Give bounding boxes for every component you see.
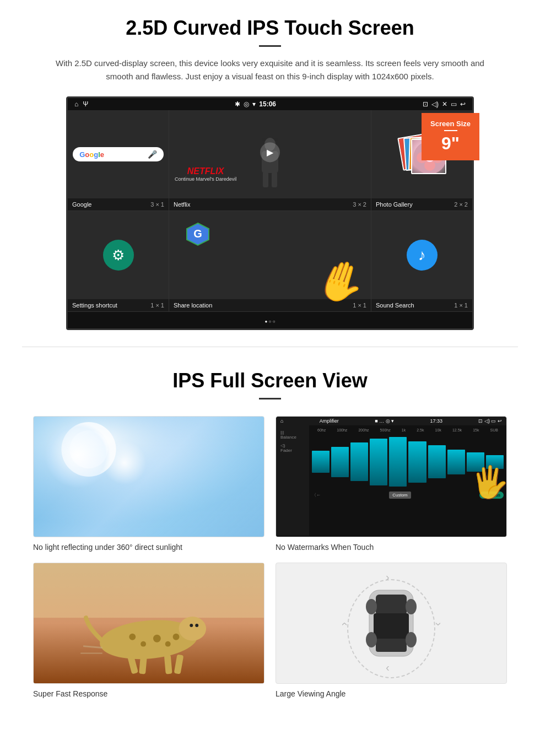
settings-cell-content: ⚙ [68, 211, 169, 299]
volume-icon: ◁) [431, 100, 439, 108]
netflix-cell-content: ▶ NETFLIX Continue Marvel's Daredevil [169, 110, 371, 198]
mic-icon[interactable]: 🎤 [148, 150, 157, 159]
app-cell-google[interactable]: Google 🎤 Google 3 × 1 [68, 110, 169, 210]
svg-point-35 [366, 599, 377, 614]
section1-description: With 2.5D curved-display screen, this de… [55, 57, 485, 83]
svg-text:G: G [193, 228, 202, 240]
section-ips-view: IPS Full Screen View [0, 353, 540, 709]
wifi-icon: ▾ [252, 100, 256, 108]
gallery-grid-size: 2 × 2 [454, 201, 468, 208]
svg-point-19 [179, 617, 207, 641]
music-note-icon: ♪ [407, 240, 438, 271]
section1-title: 2.5D Curved IPS Touch Screen [33, 17, 507, 40]
car-container: › › › › [353, 579, 430, 667]
location-icon: ◎ [244, 100, 249, 108]
settings-label: Settings shortcut 1 × 1 [68, 299, 169, 311]
eq-bar-1 [312, 451, 330, 473]
amplifier-screen: ⌂ Amplifier ■ … ◎ ▾ 17:33 ⊡ ◁) ▭ ↩ |||Ba… [276, 417, 506, 537]
google-grid-size: 3 × 1 [150, 201, 164, 208]
google-label: Google 3 × 1 [68, 198, 169, 210]
svg-rect-17 [34, 563, 264, 618]
usb-icon: Ψ [83, 100, 88, 108]
play-button[interactable]: ▶ [260, 142, 280, 162]
share-cell-content: G 🤚 [169, 211, 371, 299]
feature-cheetah: Super Fast Response [33, 563, 264, 698]
app-row-2: ⚙ Settings shortcut 1 × 1 G [68, 211, 472, 312]
android-screen-wrapper: ⌂ Ψ ✱ ◎ ▾ 15:06 ⊡ ◁) ✕ ▭ ↩ [66, 96, 474, 330]
sound-grid-size: 1 × 1 [454, 302, 468, 309]
svg-point-36 [406, 599, 417, 614]
car-caption: Large Viewing Angle [276, 689, 507, 698]
netflix-label: Netflix 3 × 2 [169, 198, 371, 210]
gallery-label: Photo Gallery 2 × 2 [371, 198, 472, 210]
eq-bar-5 [389, 437, 407, 487]
home-icon[interactable]: ⌂ [74, 100, 78, 108]
eq-bar-4 [370, 439, 387, 485]
svg-point-29 [190, 624, 193, 627]
eq-bar-7 [428, 445, 446, 478]
netflix-app-name: Netflix [174, 201, 191, 208]
feature-car: › › › › [276, 563, 507, 698]
settings-app-name: Settings shortcut [72, 302, 117, 309]
amp-right-icons: ⊡ ◁) ▭ ↩ [478, 418, 502, 424]
status-left: ⌂ Ψ [74, 100, 88, 108]
pagination-dots: ● ○ ○ [68, 312, 472, 328]
amp-fader-icon: ◁)Fader [280, 443, 305, 453]
title-divider [259, 45, 281, 47]
status-time: 15:06 [259, 100, 276, 108]
view-arrow-left: › [337, 622, 350, 626]
google-app-name: Google [72, 201, 91, 208]
feature-sunlight: No light reflecting under 360° direct su… [33, 416, 264, 552]
app-cell-netflix[interactable]: ▶ NETFLIX Continue Marvel's Daredevil Ne… [169, 110, 371, 210]
svg-point-24 [173, 634, 180, 640]
android-screen: ⌂ Ψ ✱ ◎ ▾ 15:06 ⊡ ◁) ✕ ▭ ↩ [66, 96, 474, 330]
svg-point-37 [366, 632, 377, 647]
window-icon[interactable]: ▭ [451, 100, 457, 108]
svg-point-22 [153, 635, 161, 642]
feature-amplifier: ⌂ Amplifier ■ … ◎ ▾ 17:33 ⊡ ◁) ▭ ↩ |||Ba… [276, 416, 507, 552]
camera-icon: ⊡ [423, 100, 428, 108]
amp-title: Amplifier [320, 418, 339, 424]
svg-point-23 [165, 641, 171, 647]
svg-rect-3 [272, 172, 277, 187]
svg-rect-33 [374, 613, 409, 641]
eq-bars-container: 🖐 [312, 434, 504, 489]
svg-point-38 [406, 632, 417, 647]
gallery-app-name: Photo Gallery [376, 201, 413, 208]
amp-freq-labels: 60hz100hz200hz500hz1k2.5k10k12.5k15kSUB [312, 428, 504, 432]
screen-size-badge: Screen Size 9" [422, 113, 479, 160]
close-icon[interactable]: ✕ [442, 100, 447, 108]
sunlight-caption: No light reflecting under 360° direct su… [33, 543, 264, 552]
amp-icons: ■ … ◎ ▾ [375, 418, 394, 424]
status-center: ✱ ◎ ▾ 15:06 [235, 100, 276, 108]
section-separator [22, 347, 518, 347]
car-image: › › › › [276, 563, 507, 684]
svg-point-21 [141, 641, 146, 647]
amp-time: 17:33 [430, 418, 443, 424]
section2-divider [259, 398, 281, 399]
app-row-1: Google 🎤 Google 3 × 1 [68, 110, 472, 211]
eq-bar-8 [447, 450, 465, 474]
sound-label: Sound Search 1 × 1 [371, 299, 472, 311]
section-curved-screen: 2.5D Curved IPS Touch Screen With 2.5D c… [0, 0, 540, 341]
amp-main: 60hz100hz200hz500hz1k2.5k10k12.5k15kSUB [309, 425, 506, 536]
amp-back-arrow: 〈← [312, 492, 321, 498]
app-cell-sound[interactable]: ♪ Sound Search 1 × 1 [371, 211, 472, 311]
app-cell-share-location[interactable]: G 🤚 Share location 1 × 1 [169, 211, 371, 311]
amp-home-icon: ⌂ [280, 418, 283, 424]
badge-size: 9" [430, 133, 471, 154]
app-cell-settings[interactable]: ⚙ Settings shortcut 1 × 1 [68, 211, 169, 311]
eq-bar-6 [408, 441, 426, 483]
share-app-name: Share location [174, 302, 212, 309]
status-right: ⊡ ◁) ✕ ▭ ↩ [423, 100, 466, 108]
car-svg [353, 579, 430, 667]
google-cell-content: Google 🎤 [68, 110, 169, 198]
cheetah-caption: Super Fast Response [33, 689, 264, 698]
google-search-bar[interactable]: Google 🎤 [73, 147, 164, 161]
amp-hand-icon: 🖐 [471, 464, 506, 500]
status-bar: ⌂ Ψ ✱ ◎ ▾ 15:06 ⊡ ◁) ✕ ▭ ↩ [68, 98, 472, 110]
netflix-logo: NETFLIX [175, 166, 236, 176]
badge-divider [444, 130, 457, 131]
netflix-overlay: NETFLIX Continue Marvel's Daredevil [175, 166, 236, 182]
back-icon[interactable]: ↩ [460, 100, 466, 108]
